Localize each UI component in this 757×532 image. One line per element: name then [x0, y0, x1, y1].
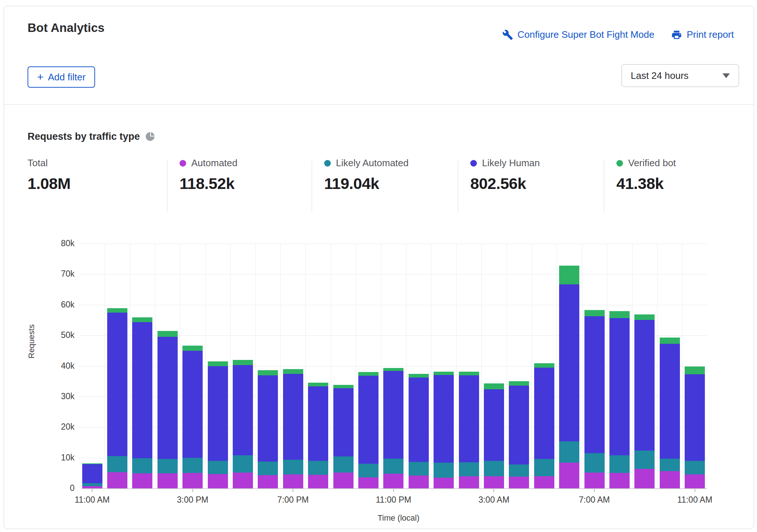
stacked-bar	[685, 244, 705, 488]
gridline-vertical	[632, 244, 633, 488]
bar-segment-verified-bot	[609, 311, 630, 318]
bar-segment-verified-bot	[233, 360, 253, 365]
gridline-vertical	[481, 244, 482, 488]
gridline-vertical	[532, 244, 532, 488]
bar-segment-likely-automated	[358, 464, 378, 477]
bar-segment-likely-human	[283, 374, 303, 460]
bar-segment-verified-bot	[358, 372, 378, 376]
bar-segment-verified-bot	[409, 374, 429, 378]
x-axis-tick	[92, 489, 93, 492]
bar-segment-likely-human	[258, 375, 278, 462]
bar-segment-likely-automated	[660, 459, 680, 471]
bar-segment-likely-human	[484, 389, 504, 461]
stacked-bar	[534, 244, 554, 488]
bar-segment-automated	[333, 473, 354, 488]
add-filter-button[interactable]: + Add filter	[28, 66, 95, 88]
stacked-bar	[233, 244, 253, 488]
header-divider	[4, 104, 754, 105]
stacked-bar	[283, 244, 303, 488]
bar-segment-likely-human	[609, 318, 630, 455]
stacked-bar	[409, 244, 429, 488]
gridline-vertical	[557, 244, 557, 488]
bar-segment-likely-human	[559, 284, 579, 442]
print-link-label: Print report	[687, 29, 734, 40]
y-axis-tick-label: 30k	[45, 391, 75, 401]
bar-segment-likely-automated	[333, 456, 354, 472]
bar-segment-likely-automated	[509, 464, 529, 477]
stat-value: 118.52k	[180, 175, 238, 193]
gridline-vertical	[607, 244, 607, 488]
y-axis-title: Requests	[27, 324, 36, 358]
gridline-vertical	[406, 244, 406, 488]
configure-super-bot-fight-mode-link[interactable]: Configure Super Bot Fight Mode	[502, 29, 655, 40]
stacked-bar	[208, 244, 228, 488]
traffic-type-stats: Total 1.08M Automated 118.52k Likely Aut…	[4, 157, 754, 216]
gridline-vertical	[331, 244, 331, 488]
gridline-vertical	[105, 244, 105, 488]
chevron-down-icon	[722, 73, 730, 78]
x-axis-tick-label: 11:00 AM	[59, 495, 125, 505]
stat-divider	[167, 160, 167, 212]
bar-segment-likely-human	[509, 386, 529, 464]
stat-label: Likely Human	[482, 157, 540, 169]
time-range-select[interactable]: Last 24 hours	[622, 64, 739, 87]
bar-segment-automated	[484, 476, 504, 488]
bar-segment-likely-human	[685, 374, 705, 461]
stat-divider	[312, 160, 312, 212]
bar-segment-automated	[685, 474, 705, 488]
x-axis-title: Time (local)	[86, 513, 711, 523]
stat-value: 1.08M	[28, 175, 70, 193]
bar-segment-verified-bot	[258, 370, 278, 375]
y-axis-tick-label: 40k	[45, 361, 75, 371]
bar-segment-verified-bot	[82, 463, 102, 464]
stat-label: Likely Automated	[336, 157, 409, 169]
bar-segment-verified-bot	[434, 372, 454, 375]
x-axis-tick	[695, 489, 695, 492]
stacked-bar	[634, 244, 655, 488]
bar-segment-verified-bot	[107, 308, 127, 313]
bar-segment-automated	[559, 463, 579, 488]
stat-likely-automated: Likely Automated 119.04k	[324, 157, 409, 193]
bot-analytics-card: Bot Analytics Configure Super Bot Fight …	[4, 6, 754, 529]
bar-segment-automated	[258, 475, 278, 488]
bar-segment-verified-bot	[182, 346, 203, 350]
print-report-link[interactable]: Print report	[671, 29, 734, 40]
bar-segment-likely-automated	[584, 453, 605, 473]
stat-divider	[604, 160, 604, 212]
stat-likely-human: Likely Human 802.56k	[470, 157, 540, 193]
section-title: Requests by traffic type	[28, 131, 140, 142]
stat-value: 119.04k	[324, 175, 409, 193]
bar-segment-likely-human	[534, 368, 554, 459]
bar-segment-automated	[609, 473, 630, 488]
bar-segment-likely-automated	[132, 458, 152, 473]
y-axis-tick-label: 10k	[45, 453, 75, 463]
bar-segment-automated	[283, 474, 303, 488]
bar-segment-likely-human	[358, 376, 378, 464]
stat-label: Automated	[191, 157, 238, 169]
stacked-bar	[584, 244, 605, 488]
gridline-vertical	[456, 244, 457, 488]
gridline-vertical	[155, 244, 155, 488]
bar-segment-likely-human	[383, 371, 403, 459]
bar-segment-verified-bot	[484, 383, 504, 389]
configure-link-label: Configure Super Bot Fight Mode	[518, 29, 655, 40]
bar-segment-likely-human	[233, 365, 253, 455]
bar-segment-likely-automated	[634, 451, 655, 469]
bar-segment-verified-bot	[509, 381, 529, 386]
bar-segment-likely-automated	[157, 459, 178, 473]
bar-segment-likely-human	[584, 316, 605, 453]
stacked-bar	[509, 244, 529, 488]
bar-segment-likely-human	[459, 375, 479, 463]
gridline-vertical	[657, 244, 658, 488]
bar-segment-likely-automated	[484, 461, 504, 476]
bar-segment-likely-human	[107, 313, 127, 456]
gridline-vertical	[305, 244, 306, 488]
bar-segment-automated	[157, 473, 178, 488]
wrench-icon	[502, 29, 513, 40]
y-axis-tick-label: 80k	[45, 238, 75, 248]
gridline-vertical	[230, 244, 231, 488]
stacked-bar	[434, 244, 454, 488]
bar-segment-likely-automated	[82, 483, 102, 486]
bar-segment-likely-human	[157, 337, 178, 459]
bar-segment-likely-human	[132, 322, 152, 458]
